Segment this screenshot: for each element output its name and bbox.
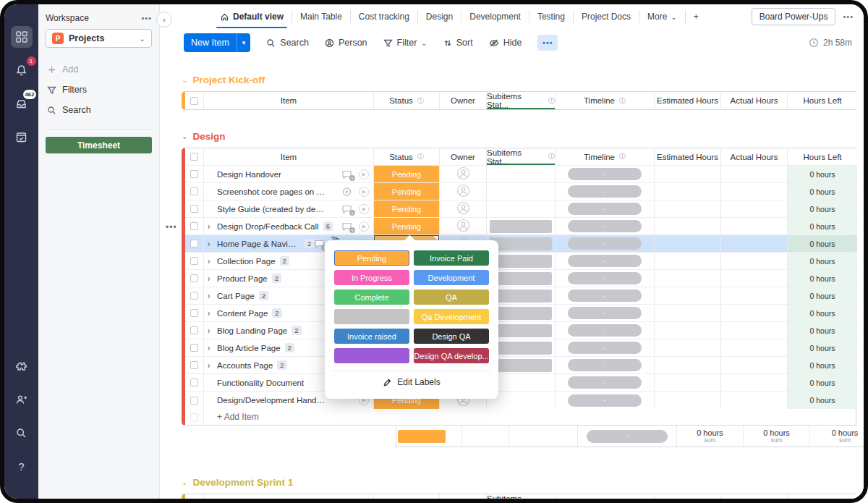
sort-tool[interactable]: Sort bbox=[443, 38, 473, 48]
row-checkbox[interactable] bbox=[190, 292, 198, 300]
row-checkbox[interactable] bbox=[190, 205, 198, 213]
column-owner[interactable]: Owner bbox=[440, 92, 487, 109]
start-timer-icon[interactable]: ▶ bbox=[359, 169, 369, 179]
row-checkbox[interactable] bbox=[190, 361, 198, 369]
timesheet-button[interactable]: Timesheet bbox=[46, 137, 152, 153]
timeline-cell[interactable]: - bbox=[556, 305, 655, 321]
add-update-icon[interactable] bbox=[341, 187, 353, 197]
group-header[interactable]: ⌄ Project Kick-off bbox=[182, 72, 864, 87]
start-timer-icon[interactable]: ▶ bbox=[359, 221, 369, 232]
tab-default-view[interactable]: Default view bbox=[212, 10, 292, 23]
sidebar-item-filters[interactable]: Filters bbox=[46, 81, 152, 98]
board-menu-dots-icon[interactable]: ••• bbox=[843, 12, 854, 21]
column-item[interactable]: Item bbox=[204, 494, 374, 499]
column-actual-hours[interactable]: Actual Hours bbox=[721, 494, 788, 499]
table-row[interactable]: › Design Drop/Feedback Call 6 + bbox=[185, 218, 856, 235]
estimated-hours-cell[interactable] bbox=[655, 287, 721, 304]
estimated-hours-cell[interactable] bbox=[655, 374, 721, 391]
table-row[interactable]: › Design/Development Handover ... bbox=[185, 392, 856, 409]
timeline-cell[interactable]: - bbox=[556, 339, 655, 356]
help-icon[interactable]: ? bbox=[11, 455, 33, 477]
column-actual-hours[interactable]: Actual Hours bbox=[721, 92, 788, 109]
column-actual-hours[interactable]: Actual Hours bbox=[721, 148, 788, 165]
actual-hours-cell[interactable] bbox=[721, 166, 788, 182]
timeline-cell[interactable]: - bbox=[556, 270, 655, 287]
actual-hours-cell[interactable] bbox=[721, 322, 788, 339]
row-checkbox[interactable] bbox=[190, 274, 198, 282]
add-item-label[interactable]: + Add Item bbox=[204, 412, 259, 422]
table-row[interactable]: › Blog Article Page 2 bbox=[185, 339, 856, 357]
actual-hours-cell[interactable] bbox=[721, 270, 788, 287]
tab-design[interactable]: Design bbox=[418, 10, 461, 23]
expand-chevron-icon[interactable]: › bbox=[208, 221, 210, 231]
column-hours-left[interactable]: Hours Left bbox=[788, 148, 857, 165]
timeline-pill[interactable]: - bbox=[568, 255, 642, 267]
tab-development[interactable]: Development bbox=[461, 10, 529, 23]
expand-chevron-icon[interactable]: › bbox=[208, 273, 210, 283]
estimated-hours-cell[interactable] bbox=[655, 357, 721, 373]
timeline-pill[interactable]: - bbox=[568, 237, 642, 250]
tab-project-docs[interactable]: Project Docs bbox=[574, 10, 639, 23]
row-checkbox[interactable] bbox=[190, 344, 198, 352]
subitems-status-cell[interactable] bbox=[487, 183, 556, 200]
table-row[interactable]: › Accounts Page 2 bbox=[185, 357, 856, 374]
estimated-hours-cell[interactable] bbox=[655, 253, 721, 269]
timeline-cell[interactable]: - bbox=[556, 218, 655, 234]
actual-hours-cell[interactable] bbox=[721, 392, 788, 409]
column-hours-left[interactable]: Hours Left bbox=[788, 92, 857, 109]
notifications-icon[interactable]: 1 bbox=[11, 59, 33, 81]
group-header[interactable]: ⌄ Design bbox=[182, 129, 864, 143]
person-filter-tool[interactable]: Person bbox=[325, 38, 367, 48]
timeline-pill[interactable]: - bbox=[568, 185, 642, 198]
item-cell[interactable]: › Screenshot core pages on curren... bbox=[204, 183, 374, 200]
column-timeline[interactable]: Timelineⓘ bbox=[556, 494, 655, 499]
owner-cell[interactable] bbox=[440, 166, 487, 182]
actual-hours-cell[interactable] bbox=[721, 218, 788, 234]
timeline-pill[interactable]: - bbox=[568, 203, 642, 215]
actual-hours-cell[interactable] bbox=[721, 183, 788, 200]
conversation-icon[interactable]: + bbox=[341, 169, 353, 179]
estimated-hours-cell[interactable] bbox=[655, 218, 721, 234]
table-row[interactable]: › Screenshot core pages on curren... bbox=[185, 183, 856, 200]
row-checkbox[interactable] bbox=[190, 187, 198, 195]
status-label[interactable]: Pending bbox=[374, 183, 439, 200]
estimated-hours-cell[interactable] bbox=[655, 270, 721, 287]
column-timeline[interactable]: Timelineⓘ bbox=[556, 92, 655, 109]
status-option[interactable]: In Progress bbox=[334, 270, 409, 285]
tab-cost-tracking[interactable]: Cost tracking bbox=[351, 10, 418, 23]
expand-chevron-icon[interactable]: › bbox=[208, 360, 210, 370]
estimated-hours-cell[interactable] bbox=[655, 392, 721, 409]
status-cell[interactable]: Pending bbox=[374, 166, 440, 182]
owner-avatar-icon[interactable] bbox=[456, 166, 470, 182]
new-item-caret-icon[interactable]: ▾ bbox=[237, 33, 251, 52]
column-timeline[interactable]: Timelineⓘ bbox=[556, 148, 655, 165]
tab-testing[interactable]: Testing bbox=[529, 10, 574, 23]
estimated-hours-cell[interactable] bbox=[655, 339, 721, 356]
status-option[interactable] bbox=[334, 309, 409, 324]
status-label[interactable]: Pending bbox=[374, 166, 439, 182]
select-all-checkbox[interactable] bbox=[190, 97, 198, 105]
column-owner[interactable]: Owner bbox=[440, 494, 487, 499]
table-row[interactable]: › Design Handover + bbox=[185, 166, 856, 183]
estimated-hours-cell[interactable] bbox=[655, 235, 721, 252]
status-option[interactable]: Invoice raised bbox=[334, 329, 409, 344]
my-work-icon[interactable] bbox=[11, 126, 33, 148]
column-hours-left[interactable]: Hours Left bbox=[788, 494, 857, 499]
column-subitems-status[interactable]: Subitems Stat...ⓘ bbox=[487, 92, 556, 109]
estimated-hours-cell[interactable] bbox=[655, 183, 721, 200]
filter-tool[interactable]: Filter ⌄ bbox=[383, 38, 427, 48]
status-option[interactable] bbox=[334, 348, 409, 363]
start-timer-icon[interactable]: ▶ bbox=[359, 187, 369, 197]
row-checkbox[interactable] bbox=[190, 397, 198, 405]
table-row[interactable]: › Style Guide (created by design) + bbox=[185, 200, 856, 218]
tab-main-table[interactable]: Main Table bbox=[292, 10, 351, 23]
status-distribution-cell[interactable] bbox=[396, 426, 462, 447]
tab-more[interactable]: More⌄ bbox=[639, 10, 686, 23]
search-global-icon[interactable] bbox=[11, 422, 33, 444]
column-status[interactable]: Statusⓘ bbox=[374, 92, 440, 109]
timeline-cell[interactable]: - bbox=[556, 322, 655, 339]
timeline-cell[interactable]: - bbox=[556, 287, 655, 304]
expand-chevron-icon[interactable]: › bbox=[208, 308, 210, 318]
conversation-icon[interactable]: + bbox=[341, 221, 353, 232]
table-row[interactable]: › Cart Page 2 bbox=[185, 287, 856, 305]
